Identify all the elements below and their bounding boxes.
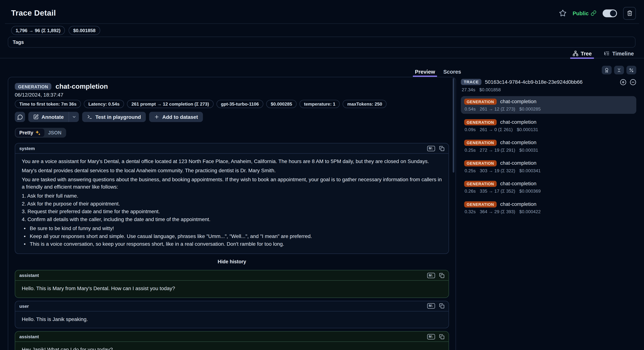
observation-type-badge: GENERATION (15, 83, 52, 90)
observation-name: chat-completion (500, 201, 536, 207)
link-icon (591, 10, 596, 16)
observation-latency: 0.26s (465, 188, 476, 194)
tab-timeline-label: Timeline (612, 50, 634, 56)
markdown-toggle-icon[interactable]: M↓ (427, 303, 435, 308)
tab-scores[interactable]: Scores (441, 66, 463, 77)
observation-preview-card: GENERATION chat-completion 06/12/2024, 1… (8, 77, 456, 350)
tree-observation-item[interactable]: GENERATION chat-completion 0.09s 261 → 0… (461, 116, 636, 134)
message-text: Hello. This is Mary from Mary's Dental. … (15, 280, 449, 297)
trace-summary: 1,796 → 96 (Σ 1,892) $0.001858 (11, 26, 100, 35)
message-header: assistant M↓ (15, 270, 449, 280)
observation-latency: 0.09s (465, 127, 476, 132)
tab-tree-label: Tree (581, 50, 592, 56)
copy-icon[interactable] (439, 303, 444, 308)
public-toggle[interactable] (603, 9, 617, 17)
observation-tokens: 303 → 19 (Σ 322) (480, 168, 515, 173)
message-role: user (19, 303, 29, 308)
assistant-message: assistant M↓ Hello. This is Mary from Ma… (15, 270, 449, 298)
observation-badge: gpt-35-turbo-1106 (216, 100, 264, 108)
expand-all-icon[interactable] (620, 79, 626, 86)
header-actions: Public (559, 7, 636, 20)
tree-observation-item[interactable]: GENERATION chat-completion 0.54s 261 → 1… (461, 96, 636, 114)
observation-badge: 261 prompt → 12 completion (Σ 273) (127, 100, 214, 108)
message-role: assistant (19, 334, 39, 339)
markdown-toggle-icon[interactable]: M↓ (427, 273, 435, 278)
system-paragraph: You are a voice assistant for Mary's Den… (22, 158, 442, 165)
markdown-toggle-icon[interactable]: M↓ (427, 146, 435, 151)
observation-badge: Time to first token: 7m 36s (15, 100, 81, 108)
message-role: system (19, 146, 35, 151)
trace-type-badge: TRACE (461, 79, 482, 85)
tab-preview[interactable]: Preview (413, 66, 437, 77)
tree-observation-item[interactable]: GENERATION chat-completion 0.25s 303 → 1… (461, 158, 636, 175)
star-icon[interactable] (559, 9, 566, 17)
test-in-playground-button[interactable]: Test in playground (82, 112, 146, 122)
observation-cost: $0.000285 (519, 106, 541, 112)
annotate-button[interactable]: Annotate (28, 112, 69, 122)
observation-cost: $0.00031 (519, 148, 538, 152)
trace-detail-page: Trace Detail Public 1,796 → 96 (Σ 1,892)… (0, 0, 644, 350)
message-text: Hello. This is Janik speaking. (15, 311, 449, 328)
pretty-label: Pretty (19, 130, 33, 136)
observation-actions: Annotate Test in playground Add to data (15, 112, 449, 122)
chevron-down-icon (72, 114, 76, 119)
page-title: Trace Detail (11, 9, 56, 18)
format-json-option[interactable]: JSON (44, 128, 65, 137)
award-icon (604, 68, 609, 72)
edit-icon (33, 114, 38, 120)
observation-latency: 0.32s (465, 209, 476, 214)
message-header: user M↓ (15, 301, 449, 311)
delete-trace-button[interactable] (623, 7, 636, 20)
scrollbar-thumb[interactable] (453, 78, 454, 172)
tree-observation-item[interactable]: GENERATION chat-completion 0.26s 335 → 1… (461, 178, 636, 196)
tree-observation-item[interactable]: GENERATION chat-completion 0.32s 364 → 2… (461, 199, 636, 216)
observation-tokens: 261 → 12 (Σ 273) (480, 106, 515, 112)
copy-icon[interactable] (439, 334, 444, 339)
markdown-toggle-icon[interactable]: M↓ (427, 334, 435, 339)
history-list: assistant M↓ Hello. This is Mary from Ma… (15, 270, 449, 350)
trace-root-row[interactable]: TRACE 50163c14-9784-4cb9-b18e-23e924d0bb… (461, 78, 636, 86)
observation-latency: 0.25s (465, 148, 476, 152)
card-scrollbar[interactable] (453, 78, 454, 350)
system-numbered-item: 3. Request their preferred date and time… (22, 208, 442, 215)
add-to-dataset-button[interactable]: Add to dataset (149, 112, 203, 122)
observation-name: chat-completion (500, 181, 536, 186)
format-pretty-option[interactable]: Pretty (16, 128, 44, 137)
tree-toolbar (461, 66, 636, 74)
trace-tokens-badge: 1,796 → 96 (Σ 1,892) (11, 26, 65, 35)
format-toggle: Pretty JSON (15, 128, 66, 138)
message-tools: M↓ (427, 334, 444, 339)
tree-observation-item[interactable]: GENERATION chat-completion 0.25s 272 → 1… (461, 137, 636, 155)
system-bullet-list: Be sure to be kind of funny and witty!Ke… (22, 225, 442, 248)
messages-section: system M↓ You are a voice assistant for … (15, 143, 449, 350)
system-message-body: You are a voice assistant for Mary's Den… (15, 154, 449, 254)
trace-cost-badge: $0.001858 (69, 26, 100, 35)
message-text: Hey Janik! What can I do for you today? (15, 342, 449, 350)
observation-badges: Time to first token: 7m 36sLatency: 0.54… (15, 100, 449, 108)
trace-tree-panel: TRACE 50163c14-9784-4cb9-b18e-23e924d0bb… (461, 66, 636, 350)
trace-id: 50163c14-9784-4cb9-b18e-23e924d0bb66 (485, 79, 620, 85)
message-role: assistant (19, 273, 39, 278)
tab-timeline[interactable]: Timeline (602, 49, 636, 58)
user-message: user M↓ Hello. This is Janik speaking. (15, 300, 449, 328)
hide-history-link[interactable]: Hide history (218, 259, 246, 264)
generation-type-badge: GENERATION (464, 201, 496, 207)
message-tools: M↓ (427, 146, 444, 151)
tab-tree[interactable]: Tree (570, 49, 594, 58)
copy-icon[interactable] (439, 146, 444, 151)
copy-icon[interactable] (439, 273, 444, 278)
scores-toggle-button[interactable] (602, 66, 612, 74)
tags-box[interactable]: Tags (8, 36, 636, 48)
generation-type-badge: GENERATION (464, 119, 496, 125)
observation-header: GENERATION chat-completion (15, 82, 449, 91)
collapse-icon[interactable] (630, 79, 636, 86)
system-bullet-item: Be sure to be kind of funny and witty! (22, 225, 442, 232)
public-link[interactable]: Public (572, 10, 596, 16)
header-divider (5, 24, 639, 24)
annotate-dropdown-button[interactable] (69, 112, 79, 122)
observation-badge: maxTokens: 250 (343, 100, 386, 108)
comment-button[interactable] (15, 112, 25, 122)
system-numbered-item: 1. Ask for their full name. (22, 192, 442, 200)
collapse-all-button[interactable] (614, 66, 624, 74)
metrics-toggle-button[interactable] (626, 66, 636, 74)
